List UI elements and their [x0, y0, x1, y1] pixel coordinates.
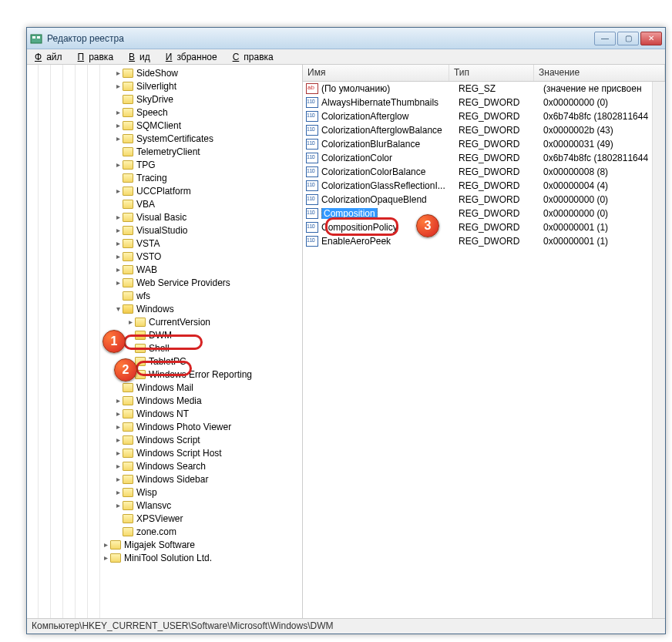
- tree-item[interactable]: Shell: [27, 341, 302, 355]
- value-row[interactable]: ColorizationAfterglowREG_DWORD0x6b74b8fc…: [303, 109, 665, 123]
- value-row[interactable]: ColorizationBlurBalanceREG_DWORD0x000000…: [303, 137, 665, 151]
- tree-item[interactable]: VSTO: [27, 250, 302, 263]
- expander-icon[interactable]: [113, 252, 123, 260]
- tree-item[interactable]: XPSViewer: [27, 512, 302, 525]
- close-button[interactable]: ✕: [640, 32, 662, 45]
- tree-item[interactable]: Wisp: [27, 486, 302, 499]
- value-row[interactable]: ColorizationColorREG_DWORD0x6b74b8fc (18…: [303, 151, 665, 165]
- tree-item[interactable]: Windows Photo Viewer: [27, 420, 302, 433]
- expander-icon[interactable]: [101, 553, 110, 562]
- value-row[interactable]: ColorizationColorBalanceREG_DWORD0x00000…: [303, 165, 665, 179]
- tree-item[interactable]: Windows Media: [27, 394, 302, 407]
- tree-item[interactable]: Tracing: [27, 171, 302, 184]
- tree-item[interactable]: TabletPC: [27, 355, 302, 368]
- folder-icon: [123, 226, 133, 235]
- expander-icon[interactable]: [113, 488, 123, 496]
- value-row[interactable]: (По умолчанию)REG_SZ(значение не присвое…: [303, 82, 665, 96]
- expander-icon[interactable]: [113, 121, 123, 129]
- value-row[interactable]: ColorizationOpaqueBlendREG_DWORD0x000000…: [303, 193, 665, 207]
- tree-item[interactable]: Migajek Software: [27, 538, 302, 551]
- menu-help[interactable]: Справка: [228, 50, 283, 64]
- tree-item[interactable]: VSTA: [27, 237, 302, 250]
- title-bar[interactable]: Редактор реестра — ▢ ✕: [27, 28, 665, 49]
- tree-item[interactable]: WAB: [27, 263, 302, 276]
- tree-item[interactable]: Windows: [27, 302, 302, 315]
- tree-item[interactable]: Speech: [27, 106, 302, 119]
- tree-item[interactable]: Wlansvc: [27, 499, 302, 512]
- expander-icon[interactable]: [113, 475, 123, 483]
- tree-item[interactable]: CurrentVersion: [27, 315, 302, 328]
- expander-icon[interactable]: [113, 226, 123, 234]
- tree-item[interactable]: VisualStudio: [27, 224, 302, 237]
- column-value[interactable]: Значение: [534, 65, 665, 81]
- expander-icon[interactable]: [113, 501, 123, 509]
- expander-icon[interactable]: [113, 69, 123, 77]
- value-row[interactable]: EnableAeroPeekREG_DWORD0x00000001 (1): [303, 234, 665, 248]
- expander-icon[interactable]: [126, 370, 135, 378]
- tree-item[interactable]: Visual Basic: [27, 210, 302, 224]
- expander-icon[interactable]: [113, 213, 123, 221]
- menu-file[interactable]: Файл: [30, 50, 72, 64]
- expander-icon[interactable]: [113, 396, 123, 405]
- value-row[interactable]: ColorizationAfterglowBalanceREG_DWORD0x0…: [303, 123, 665, 137]
- value-row[interactable]: AlwaysHibernateThumbnailsREG_DWORD0x0000…: [303, 96, 665, 109]
- tree-item[interactable]: Windows Error Reporting: [27, 368, 302, 381]
- expander-icon[interactable]: [113, 409, 123, 418]
- tree-item[interactable]: Windows Search: [27, 459, 302, 472]
- tree-item[interactable]: TPG: [27, 158, 302, 171]
- tree-item[interactable]: Windows Script Host: [27, 446, 302, 459]
- expander-icon[interactable]: [113, 239, 123, 247]
- tree-item[interactable]: wfs: [27, 289, 302, 302]
- folder-icon: [123, 95, 133, 104]
- expander-icon[interactable]: [126, 318, 135, 326]
- tree-item[interactable]: SkyDrive: [27, 92, 302, 106]
- tree-item[interactable]: Silverlight: [27, 79, 302, 92]
- expander-icon[interactable]: [113, 278, 123, 287]
- tree-item[interactable]: TelemetryClient: [27, 145, 302, 158]
- expander-icon[interactable]: [113, 449, 123, 457]
- value-row[interactable]: ColorizationGlassReflectionI...REG_DWORD…: [303, 179, 665, 193]
- maximize-button[interactable]: ▢: [617, 32, 639, 45]
- tree-item[interactable]: DWM: [27, 328, 302, 341]
- expander-icon[interactable]: [113, 134, 123, 143]
- tree-panel[interactable]: SideShowSilverlightSkyDriveSpeechSQMClie…: [27, 65, 303, 618]
- expander-icon[interactable]: [113, 462, 123, 470]
- tree-item[interactable]: Windows Mail: [27, 381, 302, 394]
- expander-icon[interactable]: [113, 422, 123, 431]
- expander-icon[interactable]: [113, 82, 123, 90]
- expander-icon[interactable]: [113, 187, 123, 195]
- column-name[interactable]: Имя: [303, 65, 449, 81]
- tree-item[interactable]: Web Service Providers: [27, 276, 302, 289]
- expander-icon[interactable]: [113, 435, 123, 444]
- tree-item[interactable]: Windows NT: [27, 407, 302, 420]
- tree-item[interactable]: SQMClient: [27, 119, 302, 132]
- menu-favorites[interactable]: Избранное: [161, 50, 227, 64]
- value-data: 0x00000000 (0): [543, 194, 665, 205]
- tree-item[interactable]: UCCPlatform: [27, 184, 302, 197]
- column-type[interactable]: Тип: [449, 65, 534, 81]
- values-panel[interactable]: Имя Тип Значение (По умолчанию)REG_SZ(зн…: [303, 65, 665, 618]
- value-name: ColorizationColor: [321, 153, 459, 163]
- tree-label: VisualStudio: [136, 225, 188, 236]
- minimize-button[interactable]: —: [594, 32, 616, 45]
- expander-icon[interactable]: [113, 108, 123, 116]
- binary-value-icon: [306, 153, 318, 163]
- tree-item[interactable]: zone.com: [27, 525, 302, 538]
- expander-icon[interactable]: [101, 540, 110, 549]
- value-row[interactable]: CompositionPolicyREG_DWORD0x00000001 (1): [303, 220, 665, 234]
- expander-icon[interactable]: [113, 160, 123, 169]
- expander-icon[interactable]: [113, 265, 123, 274]
- value-data: 0x00000031 (49): [543, 139, 665, 150]
- tree-item[interactable]: Windows Script: [27, 433, 302, 446]
- tree-item[interactable]: Windows Sidebar: [27, 472, 302, 486]
- value-row[interactable]: CompositionREG_DWORD0x00000000 (0): [303, 207, 665, 220]
- tree-item[interactable]: SideShow: [27, 66, 302, 79]
- expander-icon[interactable]: [113, 304, 123, 313]
- scrollbar-vertical[interactable]: [652, 82, 665, 618]
- tree-label: TelemetryClient: [136, 146, 200, 157]
- menu-edit[interactable]: Правка: [73, 50, 123, 64]
- tree-item[interactable]: VBA: [27, 197, 302, 210]
- menu-view[interactable]: Вид: [124, 50, 160, 64]
- tree-item[interactable]: MiniTool Solution Ltd.: [27, 551, 302, 564]
- tree-item[interactable]: SystemCertificates: [27, 132, 302, 145]
